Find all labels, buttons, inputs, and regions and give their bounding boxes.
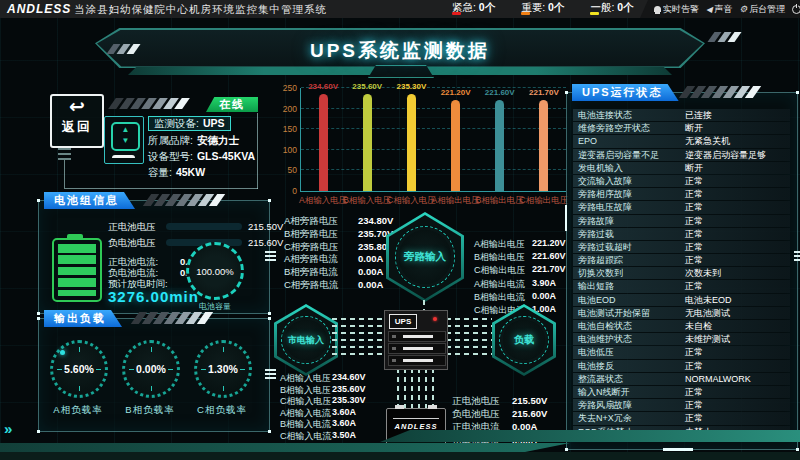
status-row: 电池测试开始保留 无电池测试 xyxy=(573,307,790,319)
decor-handle xyxy=(265,251,276,261)
battery-bar-row: 正电池电压 215.50V xyxy=(108,222,258,238)
footer-base xyxy=(0,452,800,460)
alarm-counter[interactable]: 重要: 0个 xyxy=(521,1,564,15)
status-row: 交流输入故障 正常 xyxy=(573,175,790,187)
device-info-rows: 监测设备:UPS 所属品牌:安德力士 设备型号:GLS-45KVA 容量:45K… xyxy=(148,116,266,179)
battery-current-row: 负电池电流:0.00A xyxy=(108,267,158,278)
data-row: C相输出电压221.70V xyxy=(474,264,526,277)
logout-button[interactable]: 注销(ad xyxy=(792,3,800,16)
y-axis-tick: 0 xyxy=(292,186,297,196)
wire-ups-to-load xyxy=(446,318,492,355)
realtime-alarm-button[interactable]: 实时告警 xyxy=(654,3,699,16)
chart-bar xyxy=(407,94,416,191)
data-row: A相旁路电流0.00A xyxy=(284,253,338,266)
online-status-badge: 在线 xyxy=(206,97,258,112)
data-row: 正电池电压215.50V xyxy=(452,395,500,408)
admin-button[interactable]: ⚙ 后台管理 xyxy=(739,3,785,16)
voltage-bar-chart: 050100150200250234.60VA相输入电压235.60VB相输入电… xyxy=(276,82,568,214)
battery-current-row: 正电池电流:0.00A xyxy=(108,256,158,267)
data-row: B相输入电流3.60A xyxy=(280,418,332,430)
device-info-row: 监测设备:UPS xyxy=(148,116,231,131)
bar-track xyxy=(166,223,242,230)
battery-brand-label: ANDLESS xyxy=(387,422,445,431)
device-info-row: 容量:45KW xyxy=(148,166,266,179)
footer-band-right xyxy=(380,430,800,442)
battery-current-rows: 正电池电流:0.00A 负电池电流:0.00A xyxy=(108,256,158,278)
load-node[interactable]: 负载 xyxy=(492,304,556,376)
data-row: B相旁路电压235.70V xyxy=(284,228,338,241)
x-axis-label: C相输入电压 xyxy=(387,195,436,207)
ups-device-node[interactable]: UPS xyxy=(384,310,448,370)
mains-input-node[interactable]: 市电输入 xyxy=(274,304,338,376)
status-row: 逆变器启动容量不足 逆变器启动容量足够 xyxy=(573,149,790,161)
x-axis-label: B相输出电压 xyxy=(476,195,524,207)
page-header: UPS系统监测数据 xyxy=(0,20,800,80)
device-info-row: 设备型号:GLS-45KVA xyxy=(148,150,266,163)
decor-handle xyxy=(794,251,800,261)
decor-slashes-left xyxy=(110,44,137,54)
y-axis-tick: 150 xyxy=(283,124,297,134)
bypass-data-list: A相旁路电压234.80V B相旁路电压235.70V C相旁路电压235.80… xyxy=(284,215,338,292)
alarm-underline xyxy=(521,12,530,15)
status-panel-title: UPS运行状态 xyxy=(572,84,679,101)
load-gauge: 1.30% C相负载率 xyxy=(194,340,250,417)
status-row: 电池维护状态 未维护测试 xyxy=(573,333,790,345)
sound-button[interactable]: ◀ 声音 xyxy=(706,3,732,16)
load-gauge: 5.60% A相负载率 xyxy=(50,340,106,417)
gauge-label: B相负载率 xyxy=(122,404,178,417)
alarm-counter[interactable]: 一般: 0个 xyxy=(590,1,633,15)
input-data-list: A相输入电压234.60V B相输入电压235.60V C相输入电压235.30… xyxy=(280,372,332,442)
status-row: 旁路风扇故障 正常 xyxy=(573,399,790,411)
x-axis-label: A相输出电压 xyxy=(431,195,479,207)
chart-bar-value: 221.60V xyxy=(485,88,515,97)
status-row: 电池EOD 电池未EOD xyxy=(573,294,790,306)
decor-stripes xyxy=(135,312,209,324)
wire-bypass-to-ups xyxy=(423,300,425,310)
chart-bar xyxy=(539,100,548,191)
footer-band-left xyxy=(0,443,570,452)
status-row: 旁路过载 正常 xyxy=(573,228,790,240)
ups-device-icon: ▲▼ xyxy=(104,116,144,164)
alarm-underline xyxy=(452,12,461,15)
data-row: C相旁路电压235.80V xyxy=(284,241,338,254)
chart-plot-area: 050100150200250234.60VA相输入电压235.60VB相输入电… xyxy=(300,88,566,192)
x-axis-label: C相输出电压 xyxy=(520,195,569,207)
data-row: B相旁路电流0.00A xyxy=(284,266,338,279)
status-row: 旁路过载超时 正常 xyxy=(573,241,790,253)
x-axis-label: A相输入电压 xyxy=(299,195,347,207)
status-row: 维修旁路空开状态 断开 xyxy=(573,122,790,134)
decor-stripes xyxy=(147,194,221,206)
power-icon xyxy=(792,5,800,14)
status-row: 发电机输入 断开 xyxy=(573,162,790,174)
wire-ups-to-battery xyxy=(397,368,434,408)
data-row: C相输入电流3.50A xyxy=(280,430,332,442)
load-panel-title: 输出负载 xyxy=(44,310,122,327)
data-row: A相旁路电压234.80V xyxy=(284,215,338,228)
expand-chevrons[interactable]: » xyxy=(4,420,12,437)
ups-status-led xyxy=(433,317,437,321)
wire-mains-to-ups xyxy=(332,318,384,355)
status-row: 输出短路 正常 xyxy=(573,280,790,292)
status-table: 电池连接状态 已连接 维修旁路空开状态 断开 EPO 无紧急关机 逆变器启动容量… xyxy=(573,109,790,439)
alarm-counters: 紧急: 0个 重要: 0个 一般: 0个 xyxy=(452,1,634,15)
bell-icon xyxy=(654,6,661,12)
status-row: 旁路相序故障 正常 xyxy=(573,188,790,200)
bypass-input-node[interactable]: 旁路输入 xyxy=(386,212,464,302)
chart-gridline xyxy=(301,87,566,88)
data-row: C相输入电压235.30V xyxy=(280,395,332,407)
status-row: 失去N+X冗余 正常 xyxy=(573,412,790,424)
status-row: 切换次数到 次数未到 xyxy=(573,267,790,279)
chart-gridline xyxy=(301,128,566,129)
decor-stripes xyxy=(112,98,186,109)
status-row: 电池自检状态 未自检 xyxy=(573,320,790,332)
chart-gridline xyxy=(301,169,566,170)
y-axis-tick: 250 xyxy=(283,83,297,93)
chart-bar xyxy=(451,100,460,191)
alarm-counter[interactable]: 紧急: 0个 xyxy=(452,1,495,15)
status-row: 电池低压 正常 xyxy=(573,346,790,358)
back-button[interactable]: ↩ 返回 xyxy=(50,94,104,148)
chart-bar xyxy=(495,100,504,191)
battery-panel-title: 电池组信息 xyxy=(44,192,135,209)
scroll-indicator[interactable] xyxy=(663,448,693,451)
data-row: A相输入电流3.60A xyxy=(280,407,332,419)
